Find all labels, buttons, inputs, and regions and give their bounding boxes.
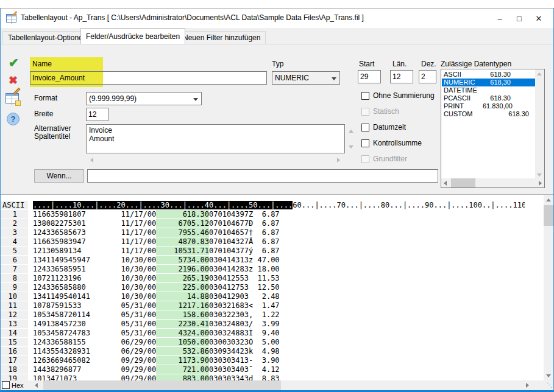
typ-combobox[interactable]: NUMERIC — [272, 71, 340, 85]
tab-tabellenlayout-optionen[interactable]: Tabellenlayout-Optionen — [2, 31, 92, 44]
datatype-item[interactable]: NUMERIC618,30 — [442, 79, 535, 86]
grid-row[interactable]: 1116635981807 11/17/00 618.30070104397Z … — [1, 210, 525, 219]
row-number: 19 — [1, 374, 28, 380]
scrollbar-thumb[interactable] — [544, 205, 553, 226]
scroll-left-icon[interactable] — [444, 181, 447, 186]
tab-neuen-filter-hinzufuegen[interactable]: Neuen Filter hinzufügen — [177, 31, 266, 44]
grid-row[interactable]: 191013471073 09/29/00 883.00030303343d 8… — [1, 374, 525, 380]
x-icon: ✖ — [9, 74, 18, 86]
start-input[interactable] — [358, 70, 381, 83]
row-number: 14 — [1, 329, 28, 338]
grid-row[interactable]: 810721123196 10/30/00 265.19030412553 11… — [1, 274, 525, 283]
laen-label: Län. — [392, 60, 407, 68]
screenshot-page: Tabellenlayout - Ap_Trans [ C:\Users\Adm… — [0, 0, 554, 392]
scrollbar-thumb[interactable] — [43, 380, 281, 390]
start-label: Start — [359, 60, 374, 68]
row-text: 1053458720114 05/31/00 158.60030322303, … — [28, 310, 525, 320]
grid-row[interactable]: 141053458724783 05/31/00 4324.0003032488… — [1, 329, 525, 338]
grid-row[interactable]: 61341149545947 10/30/00 5734.00030414313… — [1, 256, 525, 265]
grid-vertical-scrollbar[interactable] — [544, 195, 553, 380]
grid-row[interactable]: 4116635983947 11/17/00 4870.83070104327Å… — [1, 237, 525, 247]
resize-grip-icon[interactable]: ⋱ — [547, 382, 553, 388]
scrollbar-thumb[interactable] — [451, 178, 475, 187]
checkbox-statisch — [361, 108, 369, 116]
highlighted-field-value: 532.86 — [156, 347, 209, 355]
data-grid: ASCII....|....10...|....20...|....30...|… — [1, 194, 553, 380]
datatypes-horizontal-scrollbar[interactable] — [441, 178, 544, 187]
row-text: 1053458724783 05/31/00 4324.00030324883Ì… — [28, 329, 525, 338]
breite-input[interactable] — [86, 108, 108, 121]
name-input[interactable] — [30, 71, 267, 85]
title-bar: Tabellenlayout - Ap_Trans [ C:\Users\Adm… — [1, 9, 553, 28]
accept-button[interactable]: ✔ — [9, 55, 19, 70]
grid-row[interactable]: 9124336585880 10/30/00 225.00030412753 1… — [1, 283, 525, 292]
datatype-item[interactable]: PRINT61.830,00 — [442, 102, 535, 110]
checkbox-label: Ohne Summierung — [373, 91, 435, 100]
bottom-bar: Hex ⋱ — [1, 380, 553, 390]
checkbox-kontrollsumme[interactable] — [361, 139, 369, 147]
scroll-up-icon[interactable] — [546, 198, 551, 201]
name-label: Name — [32, 60, 52, 68]
alt-title-label-line2: Spaltentitel — [34, 132, 70, 141]
grid-row[interactable]: 15124336588155 06/29/00 1050.00030030323… — [1, 338, 525, 347]
minimize-button[interactable]: – — [490, 9, 510, 28]
format-combobox[interactable]: (9.999.999,99) — [86, 92, 202, 105]
chevron-down-icon — [332, 77, 336, 80]
app-icon — [6, 14, 16, 23]
grid-row[interactable]: 161143554328931 06/29/00 532.86030934423… — [1, 347, 525, 356]
grid-row[interactable]: 3124336585673 11/17/00 7955.46070104657†… — [1, 228, 525, 237]
delete-button[interactable]: ✖ — [9, 74, 18, 87]
tab-felder-ausdruecke-bearbeiten[interactable]: Felder/Ausdrücke bearbeiten — [80, 28, 185, 44]
datatype-value: 618.30 — [483, 94, 511, 102]
highlighted-field-value: 1050.00 — [156, 338, 209, 346]
grid-row[interactable]: 1110787591533 05/31/00 1217.16030321683<… — [1, 301, 525, 310]
datatype-item[interactable]: DATETIME — [442, 86, 535, 94]
scroll-down-icon[interactable] — [546, 374, 551, 377]
help-button[interactable]: ? — [7, 113, 20, 125]
grid-row[interactable]: 2138082275301 11/17/00 6705.12070104677Ð… — [1, 219, 525, 228]
grid-row[interactable]: 171263669465082 09/29/00 1173.9003030341… — [1, 356, 525, 365]
scroll-right-icon[interactable] — [539, 181, 542, 186]
grid-row[interactable]: 7124336585951 10/30/00 2196.00030414283z… — [1, 265, 525, 274]
highlighted-field-value: 5734.00 — [156, 256, 209, 264]
datatype-name: PCASCII — [444, 94, 483, 102]
scroll-left-icon[interactable] — [35, 383, 38, 388]
edit-table-layout-button[interactable] — [5, 93, 19, 103]
alt-title-textarea[interactable]: Invoice Amount — [86, 124, 345, 153]
checkbox-label: Statisch — [373, 107, 399, 116]
hex-checkbox[interactable] — [2, 381, 10, 389]
row-number: 9 — [1, 283, 28, 292]
highlighted-field-value: 1173.90 — [156, 356, 209, 365]
question-mark-icon: ? — [7, 113, 20, 125]
checkbox-datumzeit[interactable] — [361, 124, 369, 131]
data-grid-body: ASCII....|....10...|....20...|....30...|… — [1, 201, 525, 380]
grid-row[interactable]: 1814438296877 09/29/00 721.00030303403¯ … — [1, 365, 525, 374]
textarea-scroll-down-icon[interactable] — [349, 145, 353, 149]
grid-row[interactable]: 512130589134 11/17/00 10531.71070104377ý… — [1, 247, 525, 256]
laen-input[interactable] — [390, 70, 413, 83]
datatype-value: 618.30 — [483, 71, 511, 79]
grid-horizontal-scrollbar[interactable] — [31, 380, 542, 390]
maximize-button[interactable]: □ — [510, 9, 529, 28]
checkbox-ohne-summierung[interactable] — [361, 92, 369, 100]
wenn-button[interactable]: Wenn... — [34, 169, 84, 183]
textarea-scroll-left-icon[interactable] — [90, 158, 93, 163]
scroll-down-icon[interactable] — [537, 173, 542, 177]
datatype-item[interactable]: CUSTOM618.30 — [442, 110, 535, 118]
wenn-input[interactable] — [87, 169, 438, 183]
dez-input[interactable] — [419, 70, 436, 83]
scroll-up-icon[interactable] — [537, 72, 542, 75]
textarea-scroll-right-icon[interactable] — [337, 158, 340, 163]
hex-label: Hex — [12, 382, 24, 389]
scroll-right-icon[interactable] — [526, 383, 529, 388]
grid-row[interactable]: 121053458720114 05/31/00 158.60030322303… — [1, 310, 525, 320]
highlighted-field-value: 14.88 — [156, 292, 209, 301]
datatype-item[interactable]: PCASCII618.30 — [442, 94, 535, 102]
close-button[interactable]: ✕ — [529, 9, 549, 28]
datatype-item[interactable]: ASCII618.30 — [442, 71, 535, 79]
datatypes-listbox[interactable]: ASCII618.30NUMERIC618,30DATETIMEPCASCII6… — [441, 69, 545, 188]
grid-row[interactable]: 101341149540141 10/30/00 14.88030412903 … — [1, 292, 525, 301]
textarea-scroll-up-icon[interactable] — [349, 130, 353, 133]
grid-row[interactable]: 13149138457230 05/31/00 2230.41030324803… — [1, 320, 525, 329]
datatypes-vertical-scrollbar[interactable] — [535, 69, 544, 180]
